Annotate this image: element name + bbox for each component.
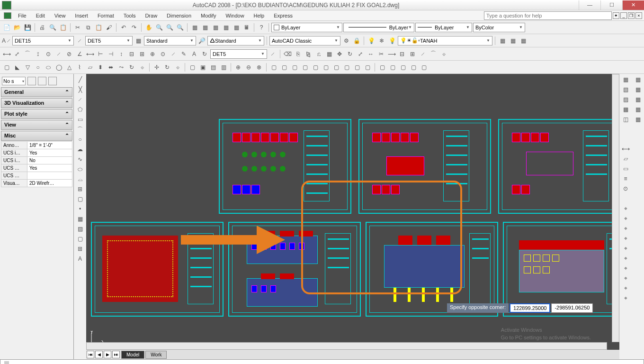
cylinder-icon[interactable]: ⬭ xyxy=(44,63,53,72)
modify-move-icon[interactable]: ✥ xyxy=(335,49,344,59)
dimstyle-combo[interactable]: DET15▼ xyxy=(12,36,74,46)
dim-linear-icon[interactable]: ⟷ xyxy=(2,49,11,59)
list-icon[interactable]: ≡ xyxy=(621,174,630,183)
ucs8-icon[interactable]: ⌖ xyxy=(621,273,630,283)
undo-icon[interactable]: ↶ xyxy=(119,23,128,32)
rt2b-icon[interactable]: ▦ xyxy=(633,85,643,94)
matchprop-icon[interactable]: 🖌 xyxy=(104,23,114,32)
dim-jog-icon[interactable]: ⟋ xyxy=(54,49,63,59)
dim-continue-icon[interactable]: ⊣ xyxy=(106,49,116,59)
arc-icon[interactable]: ⌒ xyxy=(75,125,85,134)
open-icon[interactable]: 📂 xyxy=(12,23,22,32)
menu-express[interactable]: Express xyxy=(269,12,297,19)
layer-off-icon[interactable]: 💡 xyxy=(387,36,397,46)
designcenter-icon[interactable]: ▦ xyxy=(200,23,210,32)
modify-mirror-icon[interactable]: ⧎ xyxy=(304,49,313,59)
circle-icon[interactable]: ○ xyxy=(75,135,85,144)
menu-edit[interactable]: Edit xyxy=(31,12,50,19)
tolerance-icon[interactable]: ⊞ xyxy=(137,49,147,59)
dimstyle2-combo[interactable]: DET5▼ xyxy=(85,36,133,46)
rt2a-icon[interactable]: ▦ xyxy=(633,75,643,84)
3dmove-icon[interactable]: ✢ xyxy=(152,63,161,72)
revolve-icon[interactable]: ↻ xyxy=(127,63,136,72)
palette-general[interactable]: General⌃ xyxy=(1,87,72,97)
dim-arc-icon[interactable]: ⌒ xyxy=(23,49,32,59)
maximize-button[interactable]: ☐ xyxy=(600,0,622,10)
centermark-icon[interactable]: ⊕ xyxy=(148,49,157,59)
jogged-lin-icon[interactable]: ⟋ xyxy=(169,49,178,59)
rt5-icon[interactable]: ◫ xyxy=(621,115,630,124)
modify-extend-icon[interactable]: ⟶ xyxy=(387,49,396,59)
scrollbar-horizontal[interactable] xyxy=(86,342,607,350)
publish-icon[interactable]: 📋 xyxy=(58,23,68,32)
render3-icon[interactable]: ▢ xyxy=(398,63,408,72)
viewport2-icon[interactable]: ▣ xyxy=(198,63,207,72)
ucs1-icon[interactable]: ⌖ xyxy=(621,204,630,213)
modify-rotate-icon[interactable]: ↻ xyxy=(345,49,355,59)
intersect-icon[interactable]: ⊗ xyxy=(254,63,264,72)
block-icon[interactable]: ▢ xyxy=(75,194,85,204)
ucs5-icon[interactable]: ⌖ xyxy=(621,244,630,253)
quickselect-icon[interactable] xyxy=(27,77,36,85)
solidedit8-icon[interactable]: ▢ xyxy=(342,63,351,72)
minimize-button[interactable]: — xyxy=(579,0,600,10)
area-icon[interactable]: ▱ xyxy=(621,154,630,164)
mtext-icon[interactable]: A xyxy=(75,254,85,264)
region-icon[interactable]: ▢ xyxy=(75,234,85,244)
tablestyle-icon[interactable]: ▦ xyxy=(134,36,143,46)
spline-icon[interactable]: ∿ xyxy=(75,155,85,164)
tab-next-icon[interactable]: ▶ xyxy=(104,351,111,358)
layer-freeze-icon[interactable]: ❄ xyxy=(377,36,386,46)
menu-file[interactable]: File xyxy=(13,12,31,19)
selection-combo[interactable]: No s▾ xyxy=(2,77,26,85)
dimedit-icon[interactable]: ✎ xyxy=(179,49,188,59)
ucs6-icon[interactable]: ⌖ xyxy=(621,254,630,263)
rt2d-icon[interactable]: ▦ xyxy=(633,105,643,114)
plotstyle-combo[interactable]: ByColor▼ xyxy=(473,23,525,32)
ellipse-icon[interactable]: ⬭ xyxy=(75,164,85,174)
dimstyle-icon[interactable]: A⟋ xyxy=(2,36,11,46)
dimupdate-icon[interactable]: ↻ xyxy=(200,49,209,59)
wedge-icon[interactable]: ◣ xyxy=(12,63,22,72)
help-icon[interactable]: ? xyxy=(257,23,266,32)
dim-ordinate-icon[interactable]: ⟟ xyxy=(33,49,43,59)
sphere-icon[interactable]: ○ xyxy=(33,63,43,72)
box-icon[interactable]: ▢ xyxy=(2,63,11,72)
preview-icon[interactable]: 🔍 xyxy=(48,23,57,32)
workspace-combo[interactable]: AutoCAD Classic▼ xyxy=(269,36,340,46)
tab-prev-icon[interactable]: ◀ xyxy=(95,351,103,358)
pyramid-icon[interactable]: △ xyxy=(64,63,74,72)
ucs7-icon[interactable]: ⌖ xyxy=(621,264,630,273)
dim-diameter-icon[interactable]: ⊘ xyxy=(64,49,74,59)
selectobj-icon[interactable] xyxy=(48,77,57,85)
modify-chamfer-icon[interactable]: ⟋ xyxy=(418,49,428,59)
modify-copy-icon[interactable]: ⎘ xyxy=(293,49,303,59)
menu-window[interactable]: Window xyxy=(221,12,249,19)
ucs10-icon[interactable]: ⌖ xyxy=(621,293,630,303)
solidedit7-icon[interactable]: ▢ xyxy=(331,63,341,72)
dim-aligned-icon[interactable]: ⤢ xyxy=(12,49,22,59)
ucs2-icon[interactable]: ⌖ xyxy=(621,214,630,223)
dim-break-icon[interactable]: ⊟ xyxy=(127,49,136,59)
properties-icon[interactable]: ▦ xyxy=(190,23,199,32)
palette-view[interactable]: View⌃ xyxy=(1,120,72,130)
dim-style-combo[interactable]: DET5▼ xyxy=(210,49,267,59)
menu-insert[interactable]: Insert xyxy=(70,12,93,19)
render4-icon[interactable]: ▢ xyxy=(409,63,418,72)
torus-icon[interactable]: ◯ xyxy=(54,63,63,72)
infocenter-icon[interactable]: ✦ xyxy=(613,12,619,19)
cone-icon[interactable]: ▽ xyxy=(23,63,32,72)
xline-icon[interactable]: ╳ xyxy=(75,85,85,94)
tab-work[interactable]: Work xyxy=(145,351,167,359)
new-icon[interactable]: 📄 xyxy=(2,23,11,32)
rt2-icon[interactable]: ▧ xyxy=(621,85,630,94)
render2-icon[interactable]: ▢ xyxy=(388,63,397,72)
solidedit5-icon[interactable]: ▢ xyxy=(311,63,320,72)
help-search-input[interactable] xyxy=(484,11,612,20)
modify-explode-icon[interactable]: ⟐ xyxy=(439,49,448,59)
planar-icon[interactable]: ▱ xyxy=(85,63,95,72)
layer-prev-icon[interactable]: 💡 xyxy=(367,36,376,46)
calc-icon[interactable]: 🖩 xyxy=(242,23,251,32)
command-line[interactable]: Specify first corner: Specify opposite c… xyxy=(0,359,644,364)
cut-icon[interactable]: ✂ xyxy=(73,23,82,32)
